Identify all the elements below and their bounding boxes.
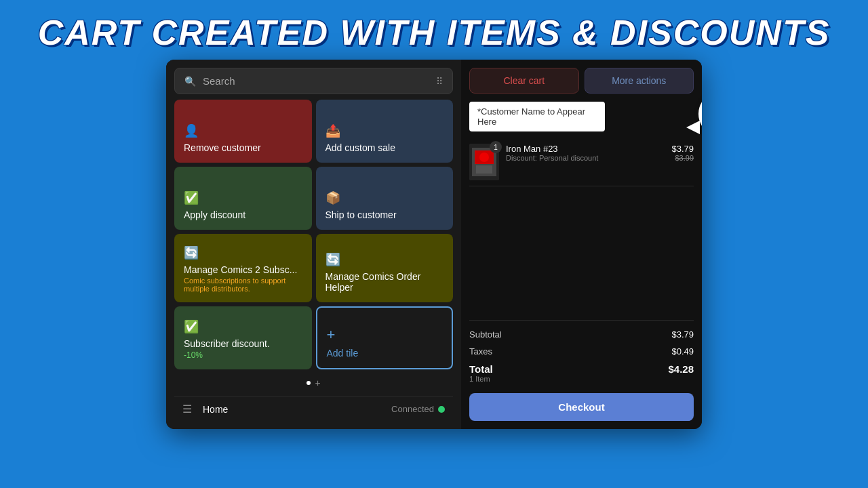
tile-add-new[interactable]: + Add tile bbox=[316, 306, 454, 369]
tile-manage-comics2-sublabel: Comic subscriptions to support multiple … bbox=[184, 277, 302, 293]
tile-apply-discount[interactable]: ✅ Apply discount bbox=[174, 167, 312, 230]
tile-remove-customer-label: Remove customer bbox=[184, 142, 302, 153]
svg-point-4 bbox=[479, 152, 489, 162]
tile-subscriber-discount[interactable]: ✅ Subscriber discount. -10% bbox=[174, 306, 312, 369]
tile-manage-comics-order[interactable]: 🔄 Manage Comics Order Helper bbox=[316, 234, 454, 302]
taxes-value: $0.49 bbox=[671, 346, 694, 357]
app-container: 🔍 Search ⠿ 👤 Remove customer 📤 Add custo… bbox=[166, 60, 702, 429]
connected-label: Connected bbox=[391, 404, 434, 414]
taxes-label: Taxes bbox=[469, 346, 492, 357]
search-bar[interactable]: 🔍 Search ⠿ bbox=[174, 68, 453, 94]
tile-remove-customer[interactable]: 👤 Remove customer bbox=[174, 100, 312, 163]
add-tile-icon: + bbox=[327, 326, 443, 344]
home-icon: ☰ bbox=[182, 403, 192, 415]
home-label: Home bbox=[203, 404, 228, 415]
tile-subscriber-discount-sublabel: -10% bbox=[184, 350, 302, 360]
tile-ship-to-customer-label: Ship to customer bbox=[326, 209, 444, 220]
grand-total-row: Total 1 Item $4.28 bbox=[469, 360, 694, 386]
customer-name-field[interactable]: *Customer Name to Appear Here bbox=[469, 102, 605, 131]
cart-item: 1 Iron Man #23 Discount: Personal discou… bbox=[469, 138, 694, 186]
tile-add-custom-sale[interactable]: 📤 Add custom sale bbox=[316, 100, 454, 163]
tile-manage-comics-order-label: Manage Comics Order Helper bbox=[326, 271, 444, 293]
tile-add-custom-sale-label: Add custom sale bbox=[326, 142, 444, 153]
subtotal-value: $3.79 bbox=[671, 329, 694, 340]
item-prices: $3.79 $3.99 bbox=[671, 144, 694, 162]
remove-customer-icon: 👤 bbox=[184, 123, 302, 138]
total-count: 1 Item bbox=[469, 375, 493, 383]
clear-cart-button[interactable]: Clear cart bbox=[469, 68, 579, 94]
tile-manage-comics2-label: Manage Comics 2 Subsc... bbox=[184, 264, 302, 275]
manage-comics-order-icon: 🔄 bbox=[326, 252, 444, 267]
taxes-row: Taxes $0.49 bbox=[469, 343, 694, 360]
tile-apply-discount-label: Apply discount bbox=[184, 209, 302, 220]
add-custom-sale-icon: 📤 bbox=[326, 123, 444, 138]
speech-bubble: Order items in cart with item discounts … bbox=[698, 80, 702, 148]
page-title: CART CREATED WITH ITEMS & DISCOUNTS bbox=[24, 0, 844, 60]
tiles-grid: 👤 Remove customer 📤 Add custom sale ✅ Ap… bbox=[174, 100, 453, 369]
tile-ship-to-customer[interactable]: 📦 Ship to customer bbox=[316, 167, 454, 230]
item-current-price: $3.79 bbox=[671, 144, 694, 154]
checkout-button[interactable]: Checkout bbox=[469, 393, 694, 421]
subtotal-row: Subtotal $3.79 bbox=[469, 326, 694, 343]
item-details: Iron Man #23 Discount: Personal discount bbox=[506, 144, 665, 162]
tile-subscriber-discount-label: Subscriber discount. bbox=[184, 338, 302, 349]
search-input[interactable]: Search bbox=[203, 75, 429, 87]
action-buttons: Clear cart More actions bbox=[469, 68, 694, 94]
item-quantity-badge: 1 bbox=[490, 141, 502, 153]
tile-add-new-label: Add tile bbox=[327, 348, 443, 359]
total-label: Total bbox=[469, 363, 493, 375]
more-actions-button[interactable]: More actions bbox=[585, 68, 694, 94]
dot-page-1[interactable] bbox=[307, 381, 311, 385]
cart-items-list: 1 Iron Man #23 Discount: Personal discou… bbox=[469, 138, 694, 320]
manage-comics2-icon: 🔄 bbox=[184, 245, 302, 260]
bottom-bar: ☰ Home Connected bbox=[174, 396, 453, 421]
connected-row: Connected bbox=[391, 404, 445, 414]
subtotal-label: Subtotal bbox=[469, 329, 502, 340]
grid-icon: ⠿ bbox=[436, 76, 443, 87]
item-thumbnail-wrap: 1 bbox=[469, 144, 499, 180]
apply-discount-icon: ✅ bbox=[184, 190, 302, 205]
item-name: Iron Man #23 bbox=[506, 144, 665, 154]
right-panel: Clear cart More actions *Customer Name t… bbox=[461, 60, 702, 429]
total-label-group: Total 1 Item bbox=[469, 363, 493, 383]
item-original-price: $3.99 bbox=[675, 154, 694, 162]
subscriber-discount-icon: ✅ bbox=[184, 319, 302, 334]
svg-rect-3 bbox=[476, 165, 492, 174]
tile-manage-comics2[interactable]: 🔄 Manage Comics 2 Subsc... Comic subscri… bbox=[174, 234, 312, 302]
totals-section: Subtotal $3.79 Taxes $0.49 Total 1 Item … bbox=[469, 320, 694, 386]
total-value: $4.28 bbox=[668, 363, 694, 375]
add-page-button[interactable]: + bbox=[315, 378, 320, 388]
item-discount-label: Discount: Personal discount bbox=[506, 154, 665, 162]
search-icon: 🔍 bbox=[184, 76, 196, 87]
ship-to-customer-icon: 📦 bbox=[326, 190, 444, 205]
connected-indicator bbox=[438, 406, 445, 413]
dots-row: + bbox=[174, 375, 453, 391]
left-panel: 🔍 Search ⠿ 👤 Remove customer 📤 Add custo… bbox=[166, 60, 461, 429]
